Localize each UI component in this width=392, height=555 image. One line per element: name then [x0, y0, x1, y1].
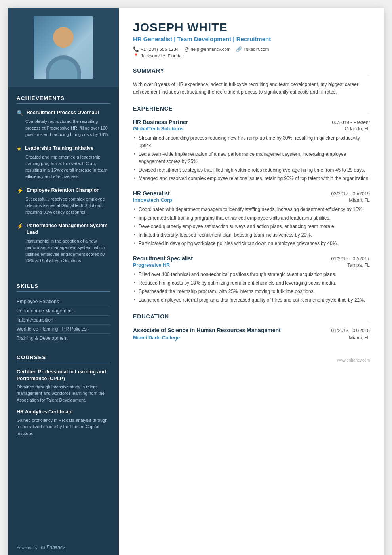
achievement-title-1: Recruitment Process Overhaul — [27, 109, 99, 116]
courses-section: COURSES Certified Professional in Learni… — [8, 346, 119, 446]
achievement-title-2: Leadership Training Initiative — [25, 145, 93, 152]
achievement-header-4: ⚡ Performance Management System Lead — [17, 222, 110, 236]
exp-header-2: HR Generalist 03/2017 - 05/2019 — [133, 190, 370, 197]
resume-wrapper: ACHIEVEMENTS 🔍 Recruitment Process Overh… — [8, 8, 384, 555]
experience-section-title: EXPERIENCE — [133, 105, 370, 114]
exp-role-3: Recruitment Specialist — [133, 255, 193, 262]
exp-item-3: Recruitment Specialist 01/2015 - 02/2017… — [133, 255, 370, 304]
summary-section: SUMMARY With over 8 years of HR experien… — [133, 67, 370, 96]
achievement-desc-3: Successfully resolved complex employee r… — [17, 196, 110, 216]
exp-header-1: HR Business Partner 06/2019 - Present — [133, 119, 370, 125]
exp-company-row-2: Innovatech Corp Miami, FL — [133, 197, 370, 203]
exp-dates-1: 06/2019 - Present — [332, 120, 370, 125]
email-icon: @ — [184, 46, 189, 52]
exp-company-3: Progressive HR — [133, 262, 170, 268]
powered-by-label: Powered by — [17, 545, 38, 550]
location-icon: 📍 — [133, 53, 139, 59]
edu-header-1: Associate of Science in Human Resources … — [133, 327, 370, 334]
course-desc-2: Gained proficiency in HR data analysis t… — [17, 417, 110, 437]
exp-bullet-3-2: Reduced hiring costs by 18% by optimizin… — [133, 279, 370, 287]
exp-bullet-2-5: Participated in developing workplace pol… — [133, 240, 370, 247]
experience-section: EXPERIENCE HR Business Partner 06/2019 -… — [133, 105, 370, 304]
course-title-2: HR Analytics Certificate — [17, 409, 110, 415]
website-url: www.enhancv.com — [337, 358, 370, 362]
exp-dates-2: 03/2017 - 05/2019 — [331, 191, 370, 197]
course-title-1: Certified Professional in Learning and P… — [17, 369, 110, 382]
exp-bullets-1: Streamlined onboarding process reducing … — [133, 134, 370, 182]
achievement-item-4: ⚡ Performance Management System Lead Ins… — [17, 222, 110, 264]
course-item-2: HR Analytics Certificate Gained proficie… — [17, 409, 110, 436]
exp-bullet-3-3: Spearheaded the internship program, with… — [133, 288, 370, 295]
achievements-section: ACHIEVEMENTS 🔍 Recruitment Process Overh… — [8, 87, 119, 275]
exp-company-1: GlobalTech Solutions — [133, 126, 184, 132]
exp-bullets-3: Filled over 100 technical and non-techni… — [133, 271, 370, 304]
courses-title: COURSES — [17, 354, 110, 363]
exp-bullet-1-4: Managed and resolved complex employee re… — [133, 175, 370, 182]
exp-role-1: HR Business Partner — [133, 119, 188, 125]
edu-school-row-1: Miami Dade College Miami, FL — [133, 335, 370, 341]
achievement-title-4: Performance Management System Lead — [27, 222, 110, 236]
skills-section: SKILLS Employee Relations · Performance … — [8, 275, 119, 346]
achievement-header-3: ⚡ Employee Retention Champion — [17, 187, 110, 194]
contact-row: 📞 +1-(234)-555-1234 @ help@enhancv.com 🔗… — [133, 46, 370, 52]
exp-item-1: HR Business Partner 06/2019 - Present Gl… — [133, 119, 370, 182]
achievement-item-1: 🔍 Recruitment Process Overhaul Completel… — [17, 109, 110, 138]
skills-title: SKILLS — [17, 283, 110, 292]
education-section: EDUCATION Associate of Science in Human … — [133, 313, 370, 341]
achievement-icon-1: 🔍 — [17, 110, 23, 116]
exp-company-row-1: GlobalTech Solutions Orlando, FL — [133, 126, 370, 132]
exp-item-2: HR Generalist 03/2017 - 05/2019 Innovate… — [133, 190, 370, 247]
sidebar: ACHIEVEMENTS 🔍 Recruitment Process Overh… — [8, 8, 119, 555]
exp-bullet-3-1: Filled over 100 technical and non-techni… — [133, 271, 370, 278]
linkedin-contact[interactable]: 🔗 linkedin.com — [236, 46, 269, 52]
location-row: 📍 Jacksonville, Florida — [133, 53, 370, 59]
education-section-title: EDUCATION — [133, 313, 370, 322]
location-text: Jacksonville, Florida — [141, 54, 182, 58]
phone-contact: 📞 +1-(234)-555-1234 — [133, 46, 179, 52]
main-footer: www.enhancv.com — [133, 350, 370, 362]
skill-item-1: Employee Relations · — [17, 297, 110, 306]
exp-bullets-2: Coordinated with department managers to … — [133, 206, 370, 247]
candidate-name: JOSEPH WHITE — [133, 21, 370, 34]
achievement-title-3: Employee Retention Champion — [27, 187, 100, 194]
edu-school-1: Miami Dade College — [133, 335, 180, 341]
course-item-1: Certified Professional in Learning and P… — [17, 369, 110, 403]
edu-location-1: Miami, FL — [349, 335, 370, 341]
exp-dates-3: 01/2015 - 02/2017 — [331, 256, 370, 262]
infinity-icon: ∞ — [41, 544, 45, 551]
enhancv-logo: ∞ Enhancv — [41, 544, 65, 551]
achievement-desc-1: Completely restructured the recruiting p… — [17, 118, 110, 138]
main-content: JOSEPH WHITE HR Generalist | Team Develo… — [119, 8, 384, 555]
exp-company-row-3: Progressive HR Tampa, FL — [133, 262, 370, 268]
candidate-title: HR Generalist | Team Development | Recru… — [133, 36, 370, 42]
exp-bullet-1-2: Led a team-wide implementation of a new … — [133, 151, 370, 165]
summary-section-title: SUMMARY — [133, 67, 370, 76]
course-desc-1: Obtained through intensive study in tale… — [17, 384, 110, 404]
exp-company-2: Innovatech Corp — [133, 197, 172, 203]
exp-bullet-2-3: Developed quarterly employee satisfactio… — [133, 223, 370, 230]
enhancv-name: Enhancv — [46, 545, 65, 550]
linkedin-icon: 🔗 — [236, 46, 242, 52]
exp-bullet-1-3: Devised recruitment strategies that fill… — [133, 166, 370, 174]
photo-section — [8, 8, 119, 87]
email-contact: @ help@enhancv.com — [184, 46, 230, 52]
exp-bullet-2-2: Implemented staff training programs that… — [133, 214, 370, 222]
skill-item-3: Talent Acquisition · — [17, 316, 110, 325]
skill-item-4: Workforce Planning · HR Policies · — [17, 325, 110, 334]
summary-text: With over 8 years of HR experience, adep… — [133, 81, 370, 96]
exp-location-1: Orlando, FL — [345, 126, 370, 132]
achievement-item-2: ★ Leadership Training Initiative Created… — [17, 145, 110, 180]
skill-item-2: Performance Management · — [17, 306, 110, 316]
phone-icon: 📞 — [133, 46, 139, 52]
achievement-icon-4: ⚡ — [17, 223, 23, 229]
achievement-item-3: ⚡ Employee Retention Champion Successful… — [17, 187, 110, 216]
exp-bullet-2-1: Coordinated with department managers to … — [133, 206, 370, 213]
exp-bullet-1-1: Streamlined onboarding process reducing … — [133, 134, 370, 149]
achievement-icon-3: ⚡ — [17, 188, 23, 194]
achievement-header-1: 🔍 Recruitment Process Overhaul — [17, 109, 110, 116]
edu-dates-1: 01/2013 - 01/2015 — [331, 328, 370, 333]
achievement-icon-2: ★ — [17, 145, 22, 152]
photo-head — [53, 27, 74, 48]
exp-bullet-2-4: Initiated a diversity-focused recruitmen… — [133, 232, 370, 239]
linkedin-text: linkedin.com — [244, 47, 269, 52]
